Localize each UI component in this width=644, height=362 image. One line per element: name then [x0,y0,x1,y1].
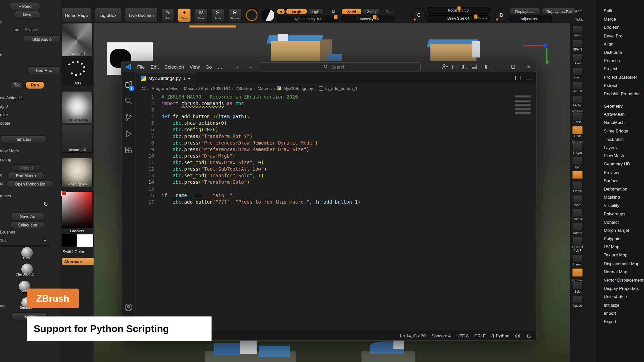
indentation[interactable]: Spaces: 4 [431,333,451,338]
menu-item-polygroups[interactable]: Polygroups [598,209,644,218]
draw-size-slider[interactable]: Draw Size 64 Dynamic [427,15,490,22]
breadcrumb-item[interactable]: Macros [258,86,272,91]
slider-handle[interactable] [373,15,377,19]
skip-audio-button[interactable]: Skip Audio [23,35,61,43]
tab-myzsettings[interactable]: MyZSettings.py 1 ● [136,72,195,84]
draw-mode-button[interactable]: + Draw [178,8,191,22]
select-icon-button[interactable]: SelectIcon [11,221,44,229]
slider-handle[interactable] [334,15,338,19]
next-button[interactable]: Next [14,11,40,19]
menu-item-slime-bridge[interactable]: Slime Bridge [598,127,644,135]
menu-item-project-basrelief[interactable]: Project BasRelief [598,73,644,81]
breadcrumb-item[interactable]: Program Files [151,86,178,91]
explorer-icon[interactable]: 1 [121,76,136,93]
menu-item-split[interactable]: Split [598,7,644,15]
txt-button[interactable]: Txt [11,81,23,89]
eol[interactable]: CRLF [474,333,486,338]
tabbar-more-icon[interactable]: … [526,74,532,82]
split-editor-icon[interactable] [515,75,521,81]
menu-file[interactable]: File [134,63,148,70]
viewport-button-spix-3[interactable]: SPix 3 [570,39,585,51]
update-label[interactable]: odate [0,121,10,126]
zsub-button[interactable]: Zsub [363,8,380,15]
material-thumb-mah-shiny[interactable]: MAH_Shiny [62,158,93,187]
color-picker[interactable]: Gradient [62,191,93,228]
ghost-icon[interactable] [572,268,583,277]
menu-item-displacement-map[interactable]: Displacement Map [598,259,644,267]
menu-item-redshift-properties[interactable]: Redshift Properties [598,89,644,98]
menu-item-contact[interactable]: Contact [598,218,644,226]
reload-script-button[interactable]: Reload [12,164,41,171]
m-toggle[interactable]: M [332,9,335,14]
end-macro-button[interactable]: End Macro [7,172,44,180]
menu-item-visibility[interactable]: Visibility [598,201,644,210]
a-toggle[interactable]: A [277,8,285,15]
menu-item-bevel-pro[interactable]: Bevel Pro [598,31,644,40]
toggle-sidebar-right-icon[interactable] [481,64,487,70]
menu-edit[interactable]: Edit [148,63,162,70]
zadd-button[interactable]: Zadd [341,8,362,15]
viewport-button-floor[interactable]: Floor [570,126,585,138]
nav-back-icon[interactable]: ← [236,64,241,70]
breadcrumb-item[interactable]: MyZSettings.py [283,86,313,91]
replay-last-rel-button[interactable]: ReplayLastRel [542,8,576,14]
viewport-button-zoom[interactable]: Zoom [570,67,585,79]
menu-overflow-icon[interactable]: … [215,63,225,70]
menu-view[interactable]: View [187,63,203,70]
slider-handle[interactable] [457,6,461,11]
menu-item-distribute[interactable]: Distribute [598,48,644,56]
menu-item-fibermesh[interactable]: FiberMesh [598,152,644,160]
panel-slider[interactable] [0,245,49,247]
mrgb-button[interactable]: Mrgb [286,8,307,15]
l-sym-icon[interactable] [572,143,583,151]
adjust-last-slider[interactable]: AdjustLast 1 [509,16,552,22]
menu-item-polypaint[interactable]: Polypaint [598,234,644,243]
rgb-intensity-slider[interactable]: Rgb Intensity 100 [277,16,339,22]
search-sidebar-icon[interactable] [121,93,136,109]
viewport-button-frame[interactable]: Frame [570,181,585,193]
viewport-button-aahalf[interactable]: AAHalf [570,95,585,107]
menu-item-geometry-hd[interactable]: Geometry HD [598,160,644,168]
menu-item-export[interactable]: Export [598,317,644,326]
viewport-button-l-sym[interactable]: DynamicL.Sym [570,140,585,155]
menu-item-deformation[interactable]: Deformation [598,185,644,193]
breadcrumb-item[interactable]: C: [142,86,146,91]
viewport-button-rotate[interactable]: Rotate [570,223,585,235]
viewport-button-bpr[interactable]: BPR [570,25,585,37]
viewport-button-zoom3d[interactable]: Zoom3D [570,209,585,221]
source-control-icon[interactable] [121,109,136,125]
menu-item-remesh[interactable]: Remesh [598,56,644,65]
feedback-icon[interactable] [572,171,583,179]
switchcolor-label[interactable]: SwitchColor [62,250,84,254]
rotate-icon[interactable] [572,223,583,231]
viewport-button-actual[interactable]: Actual [570,81,585,93]
nav-forward-icon[interactable]: → [247,64,252,70]
cursor-position[interactable]: Ln 14, Col 30 [400,333,426,338]
menu-item-import[interactable]: Import [598,309,644,317]
actual-icon[interactable] [572,81,583,89]
delay-label[interactable]: ay 0 [0,104,8,109]
focal-shift-slider[interactable]: Focal Shift 0 [427,7,490,14]
menu-item-masking[interactable]: Masking [598,193,644,201]
texture-thumb-off[interactable]: Texture Off [62,125,93,153]
viewport-button-persp[interactable]: DynamicPersp [570,109,585,124]
run-button[interactable]: Run [25,81,44,89]
vscode-titlebar[interactable]: FileEditSelectionViewGo… ← → [122,61,536,72]
menu-item-initialize[interactable]: Initialize [598,301,644,309]
menu-item-geometry[interactable]: Geometry [598,102,644,110]
menu-item-thick-skin[interactable]: Thick Skin [598,135,644,143]
aahalf-icon[interactable] [572,95,583,104]
alternate-button[interactable]: Alternate [62,258,96,265]
home-page-button[interactable]: Home Page [62,8,91,23]
end-rec-button[interactable]: End Rec [27,66,61,74]
scale-mode-button[interactable]: S Scale [211,8,224,22]
menu-item-layers[interactable]: Layers [598,143,644,152]
commands-button[interactable]: mmands [0,135,47,143]
brush-thumb-standard[interactable]: Standard [62,23,93,57]
zcut-button[interactable]: Zcut [386,9,394,14]
stroke-label[interactable]: roke [0,112,8,117]
open-python-button[interactable]: Open Python Do [7,180,53,188]
maximize-button[interactable]: ▢ [505,61,521,72]
show-actions-label[interactable]: ow Actions 1 [0,96,23,100]
edit-mode-button[interactable]: ✎ Edit [162,8,175,22]
